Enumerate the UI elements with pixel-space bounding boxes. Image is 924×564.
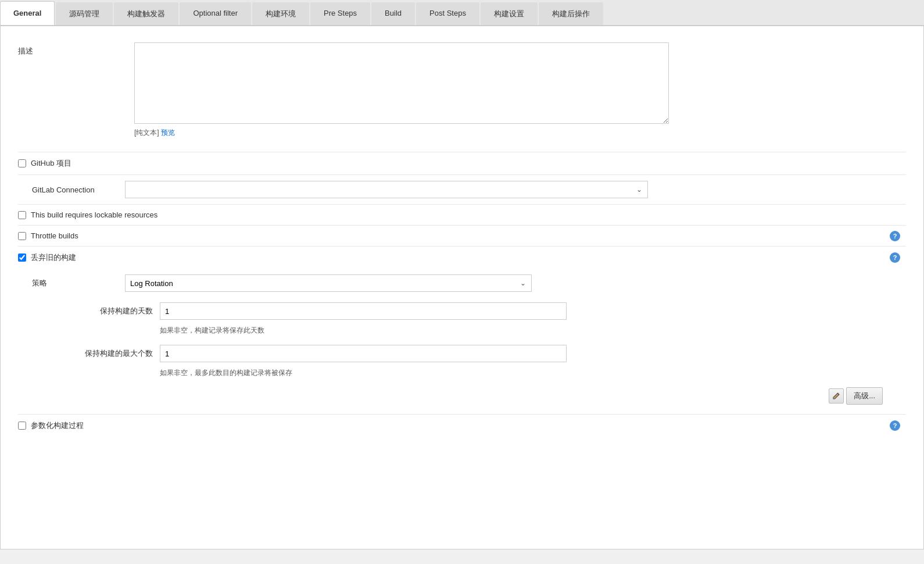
lockable-checkbox[interactable]: [18, 211, 26, 219]
discard-checkbox[interactable]: [18, 254, 26, 262]
desc-preview-link[interactable]: 预览: [161, 128, 175, 137]
discard-row: 丢弃旧的构建 ?: [18, 246, 906, 269]
advanced-row: 高级...: [32, 383, 906, 409]
keep-max-hint: 如果非空，最多此数目的构建记录将被保存: [32, 367, 906, 383]
parameterize-help-icon[interactable]: ?: [890, 420, 900, 431]
strategy-select-wrap: Log Rotation ⌄: [125, 274, 532, 292]
discard-section: 策略 Log Rotation ⌄ 保持构建的天数 如果非空，构建记录将保存此天…: [18, 269, 906, 409]
lockable-label: This build requires lockable resources: [31, 210, 157, 219]
description-row: 描述 [纯文本] 预览: [18, 38, 906, 142]
keep-max-row: 保持构建的最大个数: [32, 340, 906, 367]
throttle-checkbox[interactable]: [18, 232, 26, 240]
advanced-button[interactable]: 高级...: [846, 387, 883, 405]
github-checkbox[interactable]: [18, 159, 26, 167]
desc-links: [纯文本] 预览: [134, 128, 906, 138]
keep-days-input[interactable]: [160, 302, 567, 320]
lockable-row: This build requires lockable resources: [18, 204, 906, 225]
tab-postbuild[interactable]: 构建后操作: [539, 2, 603, 25]
tab-presteps[interactable]: Pre Steps: [310, 2, 370, 25]
keep-days-row: 保持构建的天数: [32, 298, 906, 324]
gitlab-label: GitLab Connection: [32, 185, 125, 194]
tab-settings[interactable]: 构建设置: [481, 2, 538, 25]
throttle-help-icon[interactable]: ?: [890, 231, 900, 241]
keep-days-hint: 如果非空，构建记录将保存此天数: [32, 324, 906, 340]
gitlab-select-wrap: ⌄: [125, 181, 648, 198]
strategy-select[interactable]: Log Rotation: [125, 274, 532, 292]
gitlab-row: GitLab Connection ⌄: [18, 174, 906, 204]
tab-source[interactable]: 源码管理: [56, 2, 113, 25]
parameterize-checkbox[interactable]: [18, 422, 26, 430]
tab-build[interactable]: Build: [371, 2, 415, 25]
keep-max-input[interactable]: [160, 345, 567, 362]
gitlab-select[interactable]: [125, 181, 648, 198]
description-label: 描述: [18, 42, 134, 56]
tab-bar: General 源码管理 构建触发器 Optional filter 构建环境 …: [0, 0, 924, 26]
keep-max-label: 保持构建的最大个数: [32, 348, 160, 359]
discard-help-icon[interactable]: ?: [890, 252, 900, 263]
pencil-icon: [829, 388, 844, 404]
parameterize-row: 参数化构建过程 ?: [18, 414, 906, 437]
main-content: 描述 [纯文本] 预览 GitHub 项目 GitLab Connection …: [0, 26, 924, 549]
strategy-label: 策略: [32, 278, 125, 288]
github-label: GitHub 项目: [31, 158, 71, 169]
desc-plaintext-link-label: [纯文本]: [134, 128, 159, 137]
tab-general[interactable]: General: [0, 1, 55, 25]
tab-poststeps[interactable]: Post Steps: [416, 2, 479, 25]
discard-label: 丢弃旧的构建: [31, 252, 76, 263]
page-container: General 源码管理 构建触发器 Optional filter 构建环境 …: [0, 0, 924, 564]
throttle-label: Throttle builds: [31, 231, 78, 240]
keep-days-label: 保持构建的天数: [32, 306, 160, 316]
strategy-row: 策略 Log Rotation ⌄: [32, 269, 906, 298]
tab-trigger[interactable]: 构建触发器: [114, 2, 178, 25]
parameterize-label: 参数化构建过程: [31, 420, 84, 431]
throttle-row: Throttle builds ?: [18, 225, 906, 246]
description-control: [纯文本] 预览: [134, 42, 906, 138]
tab-env[interactable]: 构建环境: [252, 2, 309, 25]
description-textarea[interactable]: [134, 42, 669, 124]
github-row: GitHub 项目: [18, 152, 906, 174]
tab-filter[interactable]: Optional filter: [180, 2, 251, 25]
